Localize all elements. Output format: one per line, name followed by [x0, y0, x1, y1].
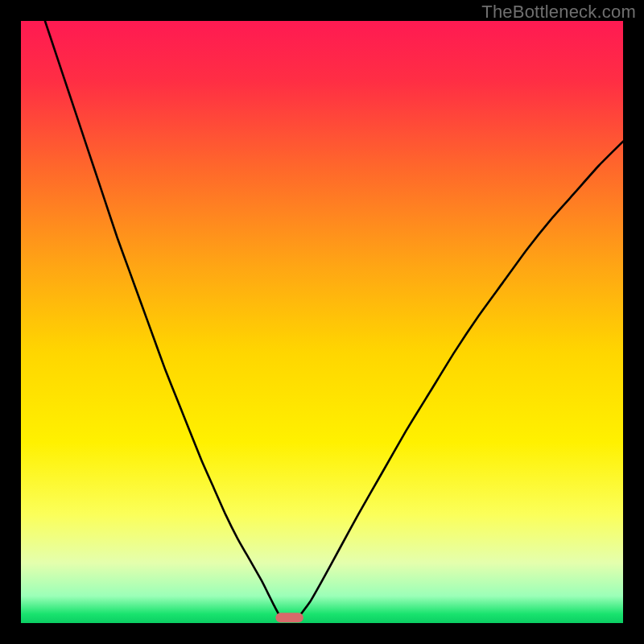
plot-area: [21, 21, 623, 623]
chart-frame: TheBottleneck.com: [0, 0, 644, 644]
gradient-background: [21, 21, 623, 623]
min-marker: [275, 613, 303, 622]
watermark-text: TheBottleneck.com: [481, 2, 636, 23]
chart-svg: [21, 21, 623, 623]
